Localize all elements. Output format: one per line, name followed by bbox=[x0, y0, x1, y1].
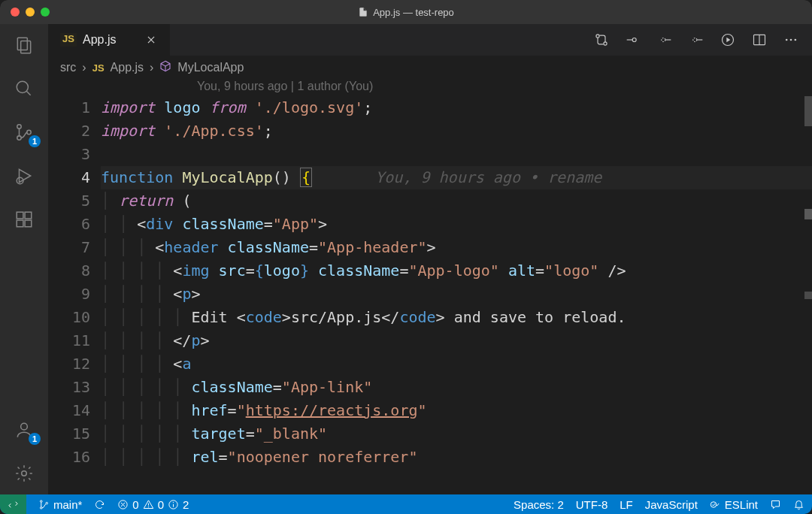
tab-filename: App.js bbox=[83, 33, 116, 47]
notifications-bell-icon[interactable] bbox=[793, 499, 804, 510]
indentation-status[interactable]: Spaces: 2 bbox=[514, 498, 564, 511]
scm-badge: 1 bbox=[29, 135, 41, 147]
window-title-text: App.js — test-repo bbox=[373, 7, 454, 18]
editor-area: JS App.js src › JS App.js › bbox=[48, 24, 812, 494]
svg-point-29 bbox=[786, 39, 788, 41]
svg-rect-12 bbox=[25, 220, 32, 227]
line-number-gutter: 1 2 3 4 5 6 7 8 9 10 11 12 13 14 15 16 bbox=[48, 96, 101, 494]
tab-app-js[interactable]: JS App.js bbox=[48, 24, 171, 56]
encoding-status[interactable]: UTF-8 bbox=[576, 498, 608, 511]
accounts-icon[interactable]: 1 bbox=[12, 418, 36, 442]
svg-rect-1 bbox=[21, 41, 31, 53]
svg-point-32 bbox=[41, 500, 43, 502]
svg-point-2 bbox=[17, 81, 28, 92]
svg-point-6 bbox=[27, 130, 31, 134]
compare-changes-icon[interactable] bbox=[594, 32, 609, 47]
language-mode-status[interactable]: JavaScript bbox=[645, 498, 698, 511]
symbol-cube-icon bbox=[159, 60, 171, 75]
eol-status[interactable]: LF bbox=[620, 498, 633, 511]
nav-forward-icon[interactable] bbox=[657, 32, 672, 47]
run-debug-icon[interactable] bbox=[12, 164, 36, 188]
settings-gear-icon[interactable] bbox=[12, 461, 36, 485]
svg-marker-7 bbox=[20, 169, 31, 182]
breadcrumb-folder[interactable]: src bbox=[60, 61, 76, 74]
svg-point-39 bbox=[148, 506, 149, 507]
svg-point-5 bbox=[17, 136, 21, 140]
svg-point-42 bbox=[173, 502, 174, 503]
file-icon bbox=[358, 7, 368, 17]
gitlens-inline-blame[interactable]: You, 9 hours ago • rename bbox=[375, 168, 601, 186]
svg-rect-10 bbox=[25, 212, 32, 219]
window-title: App.js — test-repo bbox=[0, 7, 812, 18]
window-controls bbox=[0, 8, 50, 17]
activity-bar: 1 1 bbox=[0, 24, 48, 494]
maximize-window-button[interactable] bbox=[41, 8, 50, 17]
svg-marker-26 bbox=[726, 38, 730, 43]
feedback-icon[interactable] bbox=[770, 499, 781, 510]
svg-point-14 bbox=[22, 471, 27, 476]
svg-point-23 bbox=[693, 38, 697, 42]
svg-point-19 bbox=[632, 38, 636, 42]
split-editor-icon[interactable] bbox=[752, 32, 767, 47]
explorer-icon[interactable] bbox=[12, 33, 36, 57]
minimap[interactable] bbox=[800, 96, 812, 494]
svg-point-43 bbox=[710, 501, 717, 507]
code-editor[interactable]: 1 2 3 4 5 6 7 8 9 10 11 12 13 14 15 16 i… bbox=[48, 96, 812, 494]
code-content[interactable]: import logo from './logo.svg'; import '.… bbox=[101, 96, 812, 494]
breadcrumb-symbol[interactable]: MyLocalApp bbox=[177, 61, 244, 74]
breadcrumb[interactable]: src › JS App.js › MyLocalApp bbox=[48, 56, 812, 80]
svg-point-31 bbox=[795, 39, 797, 41]
chevron-right-icon: › bbox=[150, 61, 153, 74]
status-bar: main* 0 0 2 Spaces: 2 UTF-8 LF JavaScrip… bbox=[0, 494, 812, 514]
git-branch-status[interactable]: main* bbox=[38, 498, 82, 511]
minimize-window-button[interactable] bbox=[26, 8, 35, 17]
nav-back-icon[interactable] bbox=[626, 32, 641, 47]
extensions-icon[interactable] bbox=[12, 207, 36, 231]
problems-status[interactable]: 0 0 2 bbox=[117, 498, 189, 511]
accounts-badge: 1 bbox=[29, 433, 41, 445]
search-icon[interactable] bbox=[12, 77, 36, 101]
svg-point-33 bbox=[41, 506, 43, 509]
run-icon[interactable] bbox=[720, 32, 735, 47]
svg-point-4 bbox=[17, 125, 21, 128]
breadcrumb-file[interactable]: App.js bbox=[111, 61, 144, 74]
js-file-icon: JS bbox=[60, 33, 77, 47]
close-window-button[interactable] bbox=[11, 8, 20, 17]
remote-indicator[interactable] bbox=[0, 494, 26, 514]
svg-line-3 bbox=[26, 91, 30, 95]
svg-rect-9 bbox=[17, 212, 23, 219]
svg-point-13 bbox=[21, 423, 28, 430]
sync-changes-icon[interactable] bbox=[94, 499, 105, 510]
more-actions-icon[interactable] bbox=[783, 32, 798, 47]
svg-point-17 bbox=[596, 35, 599, 38]
svg-point-34 bbox=[46, 502, 48, 504]
source-control-icon[interactable]: 1 bbox=[12, 120, 36, 144]
svg-point-30 bbox=[790, 39, 792, 41]
nav-forward-alt-icon[interactable] bbox=[689, 32, 704, 47]
js-file-icon: JS bbox=[92, 62, 105, 74]
tab-bar: JS App.js bbox=[48, 24, 812, 56]
svg-point-21 bbox=[662, 38, 665, 42]
svg-point-18 bbox=[604, 42, 607, 45]
svg-rect-0 bbox=[17, 38, 27, 50]
eslint-status[interactable]: ESLint bbox=[710, 498, 758, 511]
gitlens-file-blame[interactable]: You, 9 hours ago | 1 author (You) bbox=[48, 80, 812, 96]
titlebar: App.js — test-repo bbox=[0, 0, 812, 24]
chevron-right-icon: › bbox=[82, 61, 86, 74]
editor-actions bbox=[594, 24, 812, 56]
close-tab-icon[interactable] bbox=[144, 33, 158, 47]
svg-rect-11 bbox=[17, 220, 23, 227]
